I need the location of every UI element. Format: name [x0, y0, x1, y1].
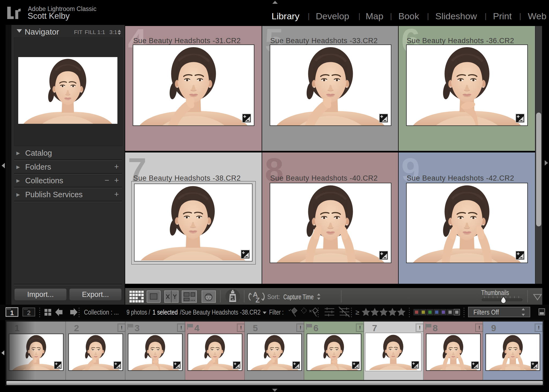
svg-text:1: 1 — [10, 309, 14, 316]
svg-text:9 photos /: 9 photos / — [127, 308, 150, 316]
svg-text:Filters Off: Filters Off — [473, 308, 499, 316]
svg-text:Filter :: Filter : — [269, 308, 284, 316]
svg-text:Capture Time: Capture Time — [283, 293, 314, 301]
svg-text:1 selected: 1 selected — [153, 308, 178, 316]
svg-text:Thumbnails: Thumbnails — [481, 289, 509, 296]
svg-text:Sort:: Sort: — [267, 293, 280, 300]
svg-text:Z: Z — [255, 296, 260, 304]
svg-text:Collection : ...: Collection : ... — [84, 308, 119, 316]
svg-text:/Sue Beauty Headshots -38.CR2: /Sue Beauty Headshots -38.CR2 — [180, 308, 261, 316]
svg-text:2: 2 — [27, 309, 31, 316]
svg-text:≥: ≥ — [355, 308, 359, 316]
